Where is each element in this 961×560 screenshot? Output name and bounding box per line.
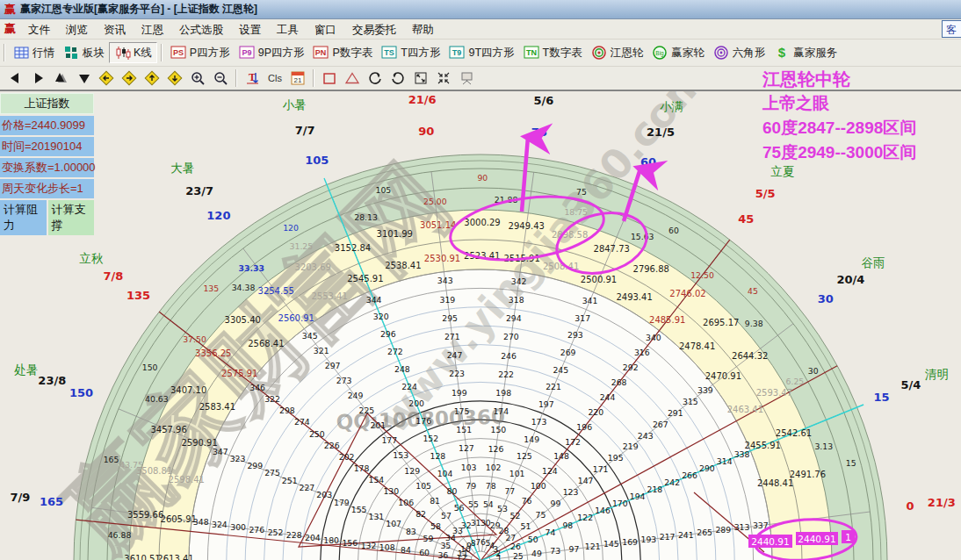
toolbar-separator: [235, 69, 237, 87]
svg-text:3051.14: 3051.14: [420, 220, 456, 230]
wheel-annotation-text: 江恩轮中轮 上帝之眼 60度2847--2898区间 75度2949--3000…: [762, 67, 916, 165]
svg-text:314: 314: [717, 456, 733, 466]
customer-service-button[interactable]: 客: [942, 20, 961, 38]
svg-text:147: 147: [578, 476, 594, 485]
nav-up-button[interactable]: [50, 68, 71, 88]
menu-item-帮助[interactable]: 帮助: [404, 22, 442, 38]
calendar-button[interactable]: 21: [287, 68, 308, 88]
toolbar-button-9T四方形[interactable]: T99T四方形: [444, 43, 518, 62]
svg-text:103: 103: [461, 463, 477, 472]
rotate-ccw-button[interactable]: [365, 68, 386, 88]
svg-text:2440.91: 2440.91: [798, 534, 835, 544]
draw-square-button[interactable]: [319, 68, 340, 88]
quote-field: 时间=20190104: [0, 137, 94, 156]
menu-item-工具[interactable]: 工具: [269, 22, 307, 38]
kline-icon: [114, 45, 131, 61]
toolbar-button-K线[interactable]: K线: [109, 42, 157, 63]
menu-item-交易委托[interactable]: 交易委托: [344, 22, 404, 38]
quote-buttons: 计算阻力计算支撑: [0, 200, 94, 235]
toolbar-button-六角形[interactable]: 六角形: [709, 43, 770, 62]
draw-triangle-button[interactable]: [342, 68, 363, 88]
pan-down-button[interactable]: [164, 68, 185, 88]
board-button[interactable]: [456, 68, 477, 88]
svg-text:60: 60: [668, 226, 679, 235]
svg-text:90: 90: [418, 125, 434, 138]
svg-text:23/8: 23/8: [38, 374, 66, 387]
menu-item-设置[interactable]: 设置: [231, 22, 269, 38]
svg-text:小暑: 小暑: [283, 97, 307, 111]
toolbar-button-板块[interactable]: 板块: [59, 43, 109, 62]
svg-text:249: 249: [348, 391, 364, 400]
toolbar-button-P四方形[interactable]: PSP四方形: [166, 43, 235, 62]
svg-text:49: 49: [531, 549, 542, 558]
t-updown-icon: T: [244, 70, 261, 86]
svg-text:2613.41: 2613.41: [157, 554, 193, 560]
menu-item-公式选股[interactable]: 公式选股: [171, 22, 231, 38]
expand-button[interactable]: [410, 68, 431, 88]
toolbar-button-label: 江恩轮: [611, 46, 644, 61]
svg-text:3610.51: 3610.51: [124, 554, 160, 560]
toolbar-button-赢家服务[interactable]: $赢家服务: [770, 43, 842, 62]
menu-bar: 赢 文件浏览资讯江恩公式选股设置工具窗口交易委托帮助 客: [0, 19, 961, 39]
svg-text:2448.41: 2448.41: [757, 478, 793, 488]
svg-text:79: 79: [466, 481, 476, 491]
svg-text:12.50: 12.50: [690, 270, 714, 280]
shrink-button[interactable]: [433, 68, 454, 88]
svg-text:57: 57: [441, 511, 452, 521]
window-titlebar[interactable]: 赢 赢家江恩专业版[赢家服务平台] - [上证指数 江恩轮]: [0, 0, 961, 19]
svg-text:33.33: 33.33: [239, 263, 264, 273]
toolbar-button-赢家轮[interactable]: Big赢家轮: [647, 43, 709, 62]
pan-right-button[interactable]: [119, 68, 140, 88]
svg-text:170: 170: [612, 499, 628, 508]
svg-text:50: 50: [528, 535, 538, 544]
svg-text:273: 273: [336, 376, 352, 385]
svg-text:313: 313: [734, 522, 750, 532]
rotate-cw-button[interactable]: [387, 68, 408, 88]
nav-right-button[interactable]: [27, 68, 48, 88]
menu-item-窗口[interactable]: 窗口: [307, 22, 344, 38]
zoom-out-button[interactable]: [210, 68, 231, 88]
zoom-in-button[interactable]: [187, 68, 208, 88]
svg-text:175: 175: [454, 406, 470, 416]
svg-text:194: 194: [630, 492, 646, 501]
toolbar-button-江恩轮[interactable]: 江恩轮: [587, 43, 648, 62]
toolbar-button-label: 9T四方形: [468, 46, 514, 61]
svg-text:295: 295: [442, 313, 458, 323]
menu-item-浏览[interactable]: 浏览: [58, 22, 96, 38]
t-updown-button[interactable]: T: [242, 68, 263, 88]
svg-text:131: 131: [369, 512, 385, 521]
nav-left-button[interactable]: [4, 68, 25, 88]
svg-text:30: 30: [808, 366, 819, 376]
pan-left-button[interactable]: [96, 68, 117, 88]
svg-text:171: 171: [593, 464, 609, 474]
toolbar-button-label: T四方形: [401, 46, 440, 61]
svg-text:316: 316: [634, 348, 650, 357]
menu-item-江恩[interactable]: 江恩: [134, 22, 171, 38]
svg-text:56: 56: [454, 503, 465, 513]
svg-text:25: 25: [513, 551, 524, 560]
toolbar-button-行情[interactable]: 行情: [9, 43, 59, 62]
toolbar-button-T四方形[interactable]: TST四方形: [377, 43, 444, 62]
nav-down-button[interactable]: [73, 68, 94, 88]
svg-text:105: 105: [376, 185, 392, 195]
svg-text:151: 151: [456, 425, 472, 434]
svg-text:293: 293: [567, 330, 583, 340]
svg-text:292: 292: [623, 363, 639, 372]
calc-support-button[interactable]: 计算支撑: [48, 200, 95, 235]
svg-text:291: 291: [668, 408, 683, 418]
toolbar-button-T数字表[interactable]: TNT数字表: [519, 43, 587, 62]
pan-up-button[interactable]: [141, 68, 163, 88]
svg-text:21/3: 21/3: [928, 496, 956, 509]
calc-resistance-button[interactable]: 计算阻力: [0, 200, 47, 235]
menu-item-文件[interactable]: 文件: [20, 22, 58, 38]
cls-button[interactable]: Cls: [264, 68, 285, 88]
svg-text:145: 145: [603, 539, 619, 549]
toolbar-button-P数字表[interactable]: PNP数字表: [308, 43, 377, 62]
svg-text:1: 1: [845, 532, 851, 542]
svg-text:107: 107: [386, 519, 401, 528]
svg-text:TS: TS: [385, 48, 395, 57]
menu-item-资讯[interactable]: 资讯: [96, 22, 134, 38]
toolbar-button-9P四方形[interactable]: P99P四方形: [235, 43, 309, 62]
tri-right-icon: [30, 70, 47, 86]
svg-text:150: 150: [142, 363, 158, 372]
